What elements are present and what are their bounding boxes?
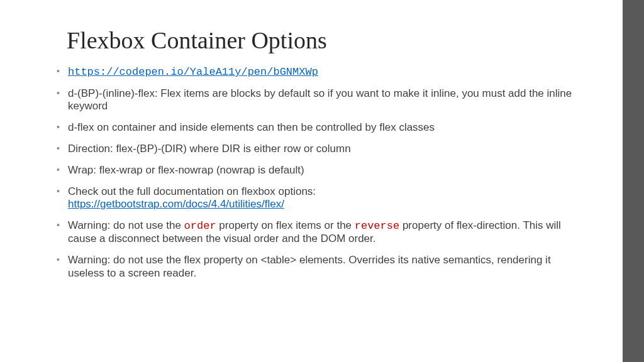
slide-body: Flexbox Container Options https://codepe…	[0, 0, 623, 362]
bullet-item: Check out the full documentation on flex…	[68, 185, 585, 211]
bullet-item: Warning: do not use the order property o…	[68, 219, 585, 245]
side-accent-bar	[623, 0, 644, 362]
bootstrap-docs-link[interactable]: https://getbootstrap.com/docs/4.4/utilit…	[68, 198, 284, 210]
slide-title: Flexbox Container Options	[67, 26, 585, 54]
bullet-item: https://codepen.io/YaleA11y/pen/bGNMXWp	[68, 65, 585, 79]
bullet-item: d-(BP)-(inline)-flex: Flex items are blo…	[68, 87, 585, 112]
bullet-item: Direction: flex-(BP)-(DIR) where DIR is …	[68, 143, 585, 155]
bullet-text: Warning: do not use the	[68, 219, 184, 231]
bullet-list: https://codepen.io/YaleA11y/pen/bGNMXWp …	[68, 65, 585, 280]
bullet-item: Wrap: flex-wrap or flex-nowrap (nowrap i…	[68, 164, 585, 177]
bullet-item: Warning: do not use the flex property on…	[68, 254, 585, 279]
code-order: order	[184, 220, 216, 232]
bullet-text: Check out the full documentation on flex…	[68, 185, 316, 197]
codepen-link[interactable]: https://codepen.io/YaleA11y/pen/bGNMXWp	[68, 66, 318, 78]
bullet-text: property on flex items or the	[216, 219, 355, 231]
bullet-item: d-flex on container and inside elements …	[68, 121, 585, 134]
code-reverse: reverse	[355, 220, 399, 232]
